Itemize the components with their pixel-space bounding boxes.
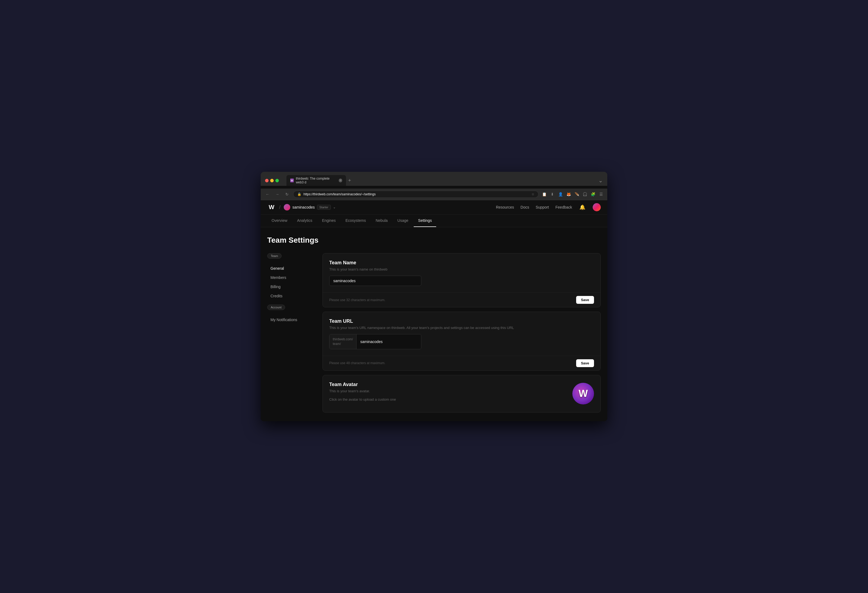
browser-toolbar: ← → ↻ 🔒 https://thirdweb.com/team/samina… [261,188,607,200]
content-layout: Team General Members Billing Credits Acc… [267,253,601,412]
back-button[interactable]: ← [264,191,271,198]
app-logo[interactable]: W [267,203,276,212]
maximize-traffic-light[interactable] [275,179,279,182]
avatar-area: Team Avatar This is your team's avatar. … [329,382,594,406]
address-bar[interactable]: 🔒 https://thirdweb.com/team/saminacodes/… [293,191,539,198]
team-url-card: Team URL This is your team's URL namespa… [322,312,601,371]
browser-titlebar: W thirdweb: The complete web3 d ✕ + ⌄ [265,175,603,186]
team-name-save-button[interactable]: Save [576,296,594,304]
team-avatar-card: Team Avatar This is your team's avatar. … [322,375,601,412]
team-dropdown-icon[interactable]: ⌄ [333,205,336,209]
extension-icon3[interactable]: 🎧 [582,191,588,197]
settings-panels: Team Name This is your team's name on th… [322,253,601,412]
team-name-card-body: Team Name This is your team's name on th… [323,253,601,293]
team-avatar-upload[interactable]: W [572,383,594,405]
sidebar-item-general[interactable]: General [267,264,316,273]
subnav-analytics[interactable]: Analytics [293,215,316,227]
notifications-button[interactable]: 🔔 [579,203,586,211]
subnav-nebula[interactable]: Nebula [371,215,392,227]
menu-icon[interactable]: ☰ [598,191,604,197]
subnav-overview[interactable]: Overview [267,215,292,227]
toolbar-icons: 📋 ⬇ 👤 🦊 🪶 🎧 🧩 ☰ [541,191,604,197]
refresh-button[interactable]: ↻ [283,191,291,198]
account-group-label: Account [267,305,285,310]
team-url-hint: Please use 48 characters at maximum. [329,361,385,365]
team-name-title: Team Name [329,260,594,266]
team-avatar-card-body: Team Avatar This is your team's avatar. … [323,375,601,412]
tab-close-icon[interactable]: ✕ [339,178,342,182]
team-name-card: Team Name This is your team's name on th… [322,253,601,307]
account-icon[interactable]: 👤 [558,191,563,197]
team-name-card-footer: Please use 32 characters at maximum. Sav… [323,293,601,307]
header-nav: Resources Docs Support Feedback 🔔 [496,203,601,211]
team-url-card-body: Team URL This is your team's URL namespa… [323,312,601,356]
team-group-label: Team [267,253,282,259]
extension-icon2[interactable]: 🪶 [574,191,580,197]
browser-window: W thirdweb: The complete web3 d ✕ + ⌄ ← … [261,172,607,421]
settings-sidebar: Team General Members Billing Credits Acc… [267,253,316,412]
subnav-usage[interactable]: Usage [393,215,413,227]
subnav-engines[interactable]: Engines [317,215,340,227]
extensions-icon[interactable]: 🧩 [590,191,596,197]
sidebar-item-billing[interactable]: Billing [267,283,316,291]
subnav-settings[interactable]: Settings [414,215,436,227]
extension-icon1[interactable]: 🦊 [565,191,571,197]
user-avatar[interactable] [593,203,601,211]
forward-button[interactable]: → [274,191,281,198]
close-traffic-light[interactable] [265,179,269,182]
tab-favicon-icon: W [290,178,294,182]
active-browser-tab[interactable]: W thirdweb: The complete web3 d ✕ [286,175,346,186]
team-name-desc: This is your team's name on thirdweb [329,267,594,271]
feedback-nav-item[interactable]: Feedback [555,205,572,209]
browser-tab-bar: W thirdweb: The complete web3 d ✕ + [286,175,546,186]
team-badge[interactable]: saminacodes Starter ⌄ [284,204,336,210]
browser-chrome: W thirdweb: The complete web3 d ✕ + ⌄ [261,172,607,186]
browser-window-controls[interactable]: ⌄ [549,177,603,184]
url-text: https://thirdweb.com/team/saminacodes/~/… [304,192,375,196]
minimize-traffic-light[interactable] [270,179,274,182]
team-url-prefix: thirdweb.com/team/ [329,334,357,349]
team-url-title: Team URL [329,318,594,324]
subnav-ecosystems[interactable]: Ecosystems [341,215,370,227]
avatar-logo-w-icon: W [579,388,588,399]
team-name-input[interactable] [329,276,421,286]
pocket-icon[interactable]: 📋 [541,191,547,197]
team-url-save-button[interactable]: Save [576,359,594,367]
team-url-card-footer: Please use 48 characters at maximum. Sav… [323,356,601,370]
avatar-info: Team Avatar This is your team's avatar. … [329,382,396,406]
logo-w-icon: W [269,204,275,211]
team-avatar-desc1: This is your team's avatar. [329,389,396,393]
team-avatar-desc2: Click on the avatar to upload a custom o… [329,397,396,402]
team-url-input[interactable] [357,334,421,349]
new-tab-button[interactable]: + [348,178,351,183]
breadcrumb-separator: / [279,205,280,210]
team-name-hint: Please use 32 characters at maximum. [329,298,385,302]
team-url-desc: This is your team's URL namespace on thi… [329,326,594,330]
tab-title: thirdweb: The complete web3 d [296,177,337,184]
page-title: Team Settings [267,236,601,244]
team-url-input-group: thirdweb.com/team/ [329,334,421,349]
app-logo-area: W / saminacodes Starter ⌄ [267,203,336,212]
main-content: Team Settings Team General Members Billi… [261,227,607,421]
support-nav-item[interactable]: Support [536,205,549,209]
team-name-label: saminacodes [292,205,315,209]
plan-badge: Starter [317,205,331,210]
sidebar-item-my-notifications[interactable]: My Notifications [267,315,316,324]
security-icon: 🔒 [297,192,301,196]
resources-nav-item[interactable]: Resources [496,205,514,209]
sidebar-item-members[interactable]: Members [267,273,316,282]
sidebar-item-credits[interactable]: Credits [267,291,316,300]
team-avatar-title: Team Avatar [329,382,396,387]
download-icon[interactable]: ⬇ [549,191,555,197]
traffic-lights [265,179,279,182]
sub-navigation: Overview Analytics Engines Ecosystems Ne… [261,215,607,227]
team-avatar-small [284,204,290,210]
docs-nav-item[interactable]: Docs [521,205,529,209]
app-header: W / saminacodes Starter ⌄ Resources Docs… [261,200,607,215]
star-icon[interactable]: ☆ [531,192,534,196]
